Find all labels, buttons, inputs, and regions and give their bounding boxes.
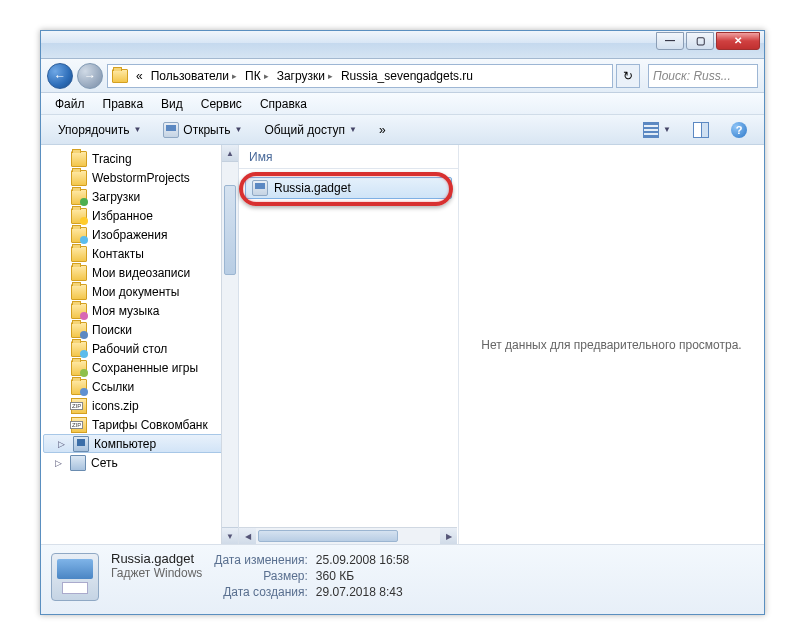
arrow-left-icon: ← xyxy=(54,69,66,83)
details-created-label: Дата создания: xyxy=(214,585,308,599)
breadcrumb-item[interactable]: Загрузки▸ xyxy=(273,65,337,87)
back-button[interactable]: ← xyxy=(47,63,73,89)
tree-item[interactable]: Моя музыка xyxy=(41,301,238,320)
share-button[interactable]: Общий доступ▼ xyxy=(255,119,366,141)
main-area: Имя Russia.gadget ◀ ▶ Нет данных для пре… xyxy=(239,145,764,544)
menu-bar: Файл Правка Вид Сервис Справка xyxy=(41,93,764,115)
folder-icon xyxy=(71,151,87,167)
tree-item[interactable]: Tracing xyxy=(41,149,238,168)
expand-icon[interactable]: ▷ xyxy=(58,439,68,449)
tree-item[interactable]: Мои документы xyxy=(41,282,238,301)
breadcrumb-item[interactable]: ПК▸ xyxy=(241,65,273,87)
tree-item-label: Поиски xyxy=(92,323,132,337)
preview-empty-text: Нет данных для предварительного просмотр… xyxy=(481,338,741,352)
organize-button[interactable]: Упорядочить▼ xyxy=(49,119,150,141)
open-button[interactable]: Открыть▼ xyxy=(154,118,251,142)
help-button[interactable]: ? xyxy=(722,118,756,142)
tree-item-label: icons.zip xyxy=(92,399,139,413)
help-icon: ? xyxy=(731,122,747,138)
file-name: Russia.gadget xyxy=(274,181,351,195)
search-placeholder: Поиск: Russ... xyxy=(653,69,731,83)
close-icon: ✕ xyxy=(734,36,742,46)
folder-icon xyxy=(71,208,87,224)
details-modified-label: Дата изменения: xyxy=(214,553,308,567)
breadcrumb-item[interactable]: Пользователи▸ xyxy=(147,65,241,87)
tree-item[interactable]: Рабочий стол xyxy=(41,339,238,358)
chevron-down-icon: ▼ xyxy=(663,125,671,134)
minimize-icon: — xyxy=(665,36,675,46)
details-modified-value: 25.09.2008 16:58 xyxy=(316,553,409,567)
tree-item-label: Изображения xyxy=(92,228,167,242)
file-item-selected[interactable]: Russia.gadget xyxy=(245,177,452,199)
chevron-down-icon: ▼ xyxy=(234,125,242,134)
tree-item[interactable]: Тарифы Совкомбанк xyxy=(41,415,238,434)
scroll-right-button[interactable]: ▶ xyxy=(440,528,457,544)
chevron-right-icon[interactable]: ▸ xyxy=(264,71,269,81)
scroll-down-button[interactable]: ▼ xyxy=(222,527,238,544)
menu-view[interactable]: Вид xyxy=(153,95,191,113)
tree-item[interactable]: Изображения xyxy=(41,225,238,244)
details-size-label: Размер: xyxy=(214,569,308,583)
tree-item[interactable]: Мои видеозаписи xyxy=(41,263,238,282)
tree-item-label: Контакты xyxy=(92,247,144,261)
tree-item-network[interactable]: ▷Сеть xyxy=(41,453,238,472)
preview-pane: Нет данных для предварительного просмотр… xyxy=(459,145,764,544)
scroll-thumb[interactable] xyxy=(224,185,236,275)
tree-item[interactable]: Загрузки xyxy=(41,187,238,206)
tree-item-label: Рабочий стол xyxy=(92,342,167,356)
tree-item[interactable]: Поиски xyxy=(41,320,238,339)
scrollbar-vertical[interactable]: ▲ ▼ xyxy=(221,145,238,544)
list-icon xyxy=(643,122,659,138)
details-created-value: 29.07.2018 8:43 xyxy=(316,585,409,599)
body: TracingWebstormProjectsЗагрузкиИзбранное… xyxy=(41,145,764,544)
nav-tree: TracingWebstormProjectsЗагрузкиИзбранное… xyxy=(41,145,239,544)
tree-item[interactable]: Избранное xyxy=(41,206,238,225)
expand-icon[interactable]: ▷ xyxy=(55,458,65,468)
folder-icon xyxy=(71,341,87,357)
scrollbar-horizontal[interactable]: ◀ ▶ xyxy=(239,527,457,544)
forward-button[interactable]: → xyxy=(77,63,103,89)
tree-item-label: Ссылки xyxy=(92,380,134,394)
arrow-right-icon: → xyxy=(84,69,96,83)
minimize-button[interactable]: — xyxy=(656,32,684,50)
details-filename: Russia.gadget xyxy=(111,551,202,566)
view-mode-button[interactable]: ▼ xyxy=(634,118,680,142)
scroll-up-button[interactable]: ▲ xyxy=(222,145,238,162)
menu-edit[interactable]: Правка xyxy=(95,95,152,113)
explorer-window: — ▢ ✕ ← → « Пользователи▸ ПК▸ Загрузки▸ … xyxy=(40,30,765,615)
titlebar[interactable]: — ▢ ✕ xyxy=(41,31,764,59)
folder-icon xyxy=(71,379,87,395)
tree-item[interactable]: Ссылки xyxy=(41,377,238,396)
tree-item[interactable]: Контакты xyxy=(41,244,238,263)
menu-tools[interactable]: Сервис xyxy=(193,95,250,113)
scroll-thumb[interactable] xyxy=(258,530,398,542)
chevron-right-icon[interactable]: ▸ xyxy=(328,71,333,81)
breadcrumb-overflow[interactable]: « xyxy=(136,69,143,83)
preview-pane-button[interactable] xyxy=(684,118,718,142)
breadcrumb[interactable]: « Пользователи▸ ПК▸ Загрузки▸ Russia_sev… xyxy=(107,64,613,88)
overflow-button[interactable]: » xyxy=(370,119,395,141)
menu-help[interactable]: Справка xyxy=(252,95,315,113)
breadcrumb-item[interactable]: Russia_sevengadgets.ru xyxy=(337,65,477,87)
refresh-icon: ↻ xyxy=(623,69,633,83)
refresh-button[interactable]: ↻ xyxy=(616,64,640,88)
tree-item[interactable]: Сохраненные игры xyxy=(41,358,238,377)
search-input[interactable]: Поиск: Russ... xyxy=(648,64,758,88)
close-button[interactable]: ✕ xyxy=(716,32,760,50)
menu-file[interactable]: Файл xyxy=(47,95,93,113)
gadget-icon xyxy=(252,180,268,196)
tree-item[interactable]: icons.zip xyxy=(41,396,238,415)
tree-item-label: Избранное xyxy=(92,209,153,223)
folder-icon xyxy=(71,170,87,186)
column-header-name[interactable]: Имя xyxy=(239,145,458,169)
maximize-button[interactable]: ▢ xyxy=(686,32,714,50)
tree-item-label: Мои видеозаписи xyxy=(92,266,190,280)
chevron-right-icon[interactable]: ▸ xyxy=(232,71,237,81)
file-list[interactable]: Имя Russia.gadget ◀ ▶ xyxy=(239,145,459,544)
chevron-down-icon: ▼ xyxy=(349,125,357,134)
scroll-left-button[interactable]: ◀ xyxy=(239,528,256,544)
tree-item-computer[interactable]: ▷Компьютер xyxy=(43,434,236,453)
tree-item[interactable]: WebstormProjects xyxy=(41,168,238,187)
chevron-down-icon: ▼ xyxy=(133,125,141,134)
folder-icon xyxy=(71,398,87,414)
